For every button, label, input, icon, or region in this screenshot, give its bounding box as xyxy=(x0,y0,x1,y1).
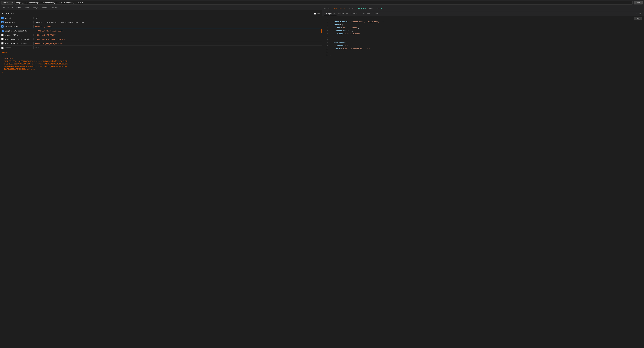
tab-body[interactable]: Body1 xyxy=(31,6,40,10)
header-checkbox-authorization[interactable] xyxy=(1,26,4,28)
line-number: 13 xyxy=(324,53,328,56)
header-checkbox-placeholder[interactable] xyxy=(1,46,4,49)
size-label: Size: xyxy=(349,8,354,10)
code-line-9: 9 "user_message": { xyxy=(324,42,642,44)
size-display: Size: 196 Bytes xyxy=(349,8,366,10)
header-row-placeholder: header value xyxy=(0,46,322,50)
header-checkbox-accept[interactable] xyxy=(1,17,4,19)
line-number: 11 xyxy=(324,47,328,50)
left-panel: Query Headers4 Auth Body1 Tests Pre Run … xyxy=(0,6,322,348)
line-content: } xyxy=(330,53,642,56)
code-line-4: 4 ".tag": "access_error", xyxy=(324,26,642,29)
tab-tests[interactable]: Tests xyxy=(40,6,49,10)
resp-tab-headers[interactable]: Headers12 xyxy=(336,12,350,16)
top-bar: POST GET PUT DELETE Send xyxy=(0,0,644,6)
method-select[interactable]: POST GET PUT DELETE xyxy=(1,1,14,4)
line-content: } xyxy=(330,50,642,53)
line-number: 6 xyxy=(324,32,328,35)
body-code: { "cursor": "ChIpZDpXOExocmktZEJGa0FBQUF… xyxy=(2,55,320,73)
line-number: 5 xyxy=(324,29,328,32)
line-number: 8 xyxy=(324,38,328,42)
code-line-1: 1 { xyxy=(324,17,642,20)
code-line-7: 7 } xyxy=(324,36,642,38)
header-checkbox-dropbox-path-root[interactable] xyxy=(1,42,4,44)
status-display: Status: 409 Conflict xyxy=(324,8,346,10)
header-checkbox-dropbox-select-admin[interactable] xyxy=(1,38,4,40)
right-panel: Status: 409 Conflict Size: 196 Bytes Tim… xyxy=(322,6,644,348)
tab-query[interactable]: Query xyxy=(1,6,10,10)
header-row-dropbox-select-admin: Dropbox-API-Select-Admin {{DROPBOX_API_S… xyxy=(0,37,322,42)
copy-button[interactable]: Copy xyxy=(634,17,642,20)
header-row-dropbox-api-arg: Dropbox-API-Arg {{DROPBOX_API_ARGS}} xyxy=(0,33,322,37)
raw-checkbox[interactable] xyxy=(314,13,316,14)
code-line-13: 13 } xyxy=(324,53,642,56)
body-line-5: nBjMmx2Ym9CRmJHbHRWFNCUkdSbGMyTUNSSEJoWj… xyxy=(2,65,320,68)
header-row-dropbox-select-user: Dropbox-API-Select-User {{DROPBOX_API_SE… xyxy=(0,29,322,33)
header-checkbox-dropbox-api-arg[interactable] xyxy=(1,34,4,36)
send-button[interactable]: Send xyxy=(634,1,643,4)
body-line-2: "cursor": xyxy=(2,58,320,60)
line-number: 7 xyxy=(324,36,328,38)
header-value-useragent: Thunder Client (https://www.thunderclien… xyxy=(35,21,320,23)
section-title: HTTP Headers xyxy=(2,12,16,15)
header-checkbox-dropbox-select-user[interactable] xyxy=(2,30,4,32)
main-content: Query Headers4 Auth Body1 Tests Pre Run … xyxy=(0,6,644,348)
line-number: 4 xyxy=(324,26,328,29)
response-body: Copy 1 { 2 "error_summary": "access_erro… xyxy=(322,16,644,348)
header-row-dropbox-path-root: Dropbox-API-Path-Root {{DROPBOX_API_PATH… xyxy=(0,42,322,46)
tab-auth[interactable]: Auth xyxy=(23,6,31,10)
header-name-dropbox-select-user: Dropbox-API-Select-User xyxy=(5,30,32,32)
body-line-3: "ChIpZDpXOExocmktZEJGa0FBQUFBQUFBQ2dnEpI… xyxy=(2,60,320,62)
left-tabs: Query Headers4 Auth Body1 Tests Pre Run xyxy=(0,6,322,10)
url-input[interactable] xyxy=(14,1,632,4)
header-value-dropbox-api-arg: {{DROPBOX_API_ARGS}} xyxy=(35,34,320,36)
line-number: 10 xyxy=(324,44,328,47)
resp-tab-response[interactable]: Response xyxy=(324,12,336,16)
line-content: { xyxy=(330,17,642,20)
code-line-12: 12 } xyxy=(324,50,642,53)
line-number: 9 xyxy=(324,42,328,44)
time-value: 355 ms xyxy=(376,8,383,10)
header-value-dropbox-select-admin: {{DROPBOX_API_SELECT_ADMIN}} xyxy=(35,38,320,40)
header-checkbox-useragent[interactable] xyxy=(1,21,4,23)
header-name-dropbox-api-arg: Dropbox-API-Arg xyxy=(4,34,32,36)
separator xyxy=(34,30,34,32)
resp-tab-docs[interactable]: Docs xyxy=(372,12,380,16)
header-value-dropbox-select-user: {{DROPBOX_API_SELECT_USER}} xyxy=(36,30,320,32)
header-name-authorization: Authorization xyxy=(4,26,32,28)
code-line-3: 3 "error": { xyxy=(324,23,642,26)
line-number: 3 xyxy=(324,23,328,26)
raw-label: Raw xyxy=(317,12,320,14)
resp-tab-cookies[interactable]: Cookies xyxy=(350,12,361,16)
header-name-dropbox-path-root: Dropbox-API-Path-Root xyxy=(4,42,32,44)
body-line-1: { xyxy=(2,55,320,58)
code-line-5: 5 "access_error": { xyxy=(324,29,642,32)
braces-icon-btn[interactable]: { } xyxy=(634,12,637,15)
line-number: 12 xyxy=(324,50,328,53)
tab-headers[interactable]: Headers4 xyxy=(10,6,23,10)
line-content: ".tag": "access_error", xyxy=(330,26,642,29)
header-value-placeholder: value xyxy=(35,47,320,49)
line-content: "user_message": { xyxy=(330,42,642,44)
line-content: } xyxy=(330,36,642,38)
body-line-7: } xyxy=(2,70,320,73)
section-header: HTTP Headers Raw xyxy=(0,12,322,16)
time-label: Time: xyxy=(369,8,374,10)
status-value: 409 Conflict xyxy=(334,8,346,10)
header-row-authorization: Authorization {{ACCESS_TOKEN}} xyxy=(0,24,322,29)
code-block: 1 { 2 "error_summary": "access_error/inv… xyxy=(322,17,644,56)
header-name-dropbox-select-admin: Dropbox-API-Select-Admin xyxy=(4,38,32,40)
time-display: Time: 355 ms xyxy=(369,8,383,10)
dot-indicator: · xyxy=(641,342,642,344)
code-line-2: 2 "error_summary": "access_error/invalid… xyxy=(324,20,642,23)
headers-section: HTTP Headers Raw Accept */* User-Agent xyxy=(0,10,322,348)
line-content: ".tag": "invalid_file" xyxy=(330,32,642,35)
menu-icon-btn[interactable]: ☰ xyxy=(639,12,642,15)
line-content: "error": { xyxy=(330,23,642,26)
body-title: Body xyxy=(2,51,320,54)
raw-checkbox-container: Raw xyxy=(314,12,320,14)
line-number: 2 xyxy=(324,20,328,23)
resp-tab-results[interactable]: Results xyxy=(361,12,372,16)
response-icons: { } ☰ xyxy=(634,12,642,16)
tab-prerun[interactable]: Pre Run xyxy=(49,6,60,10)
